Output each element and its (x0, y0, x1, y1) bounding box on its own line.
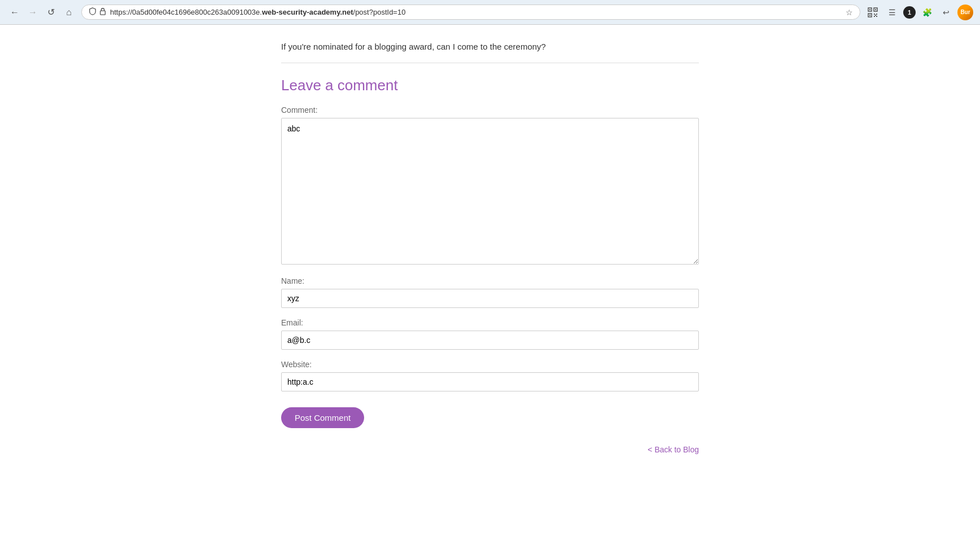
name-input[interactable] (281, 289, 699, 308)
number-badge: 1 (903, 6, 916, 19)
address-bar-icons (89, 7, 107, 17)
email-group: Email: (281, 318, 699, 350)
svg-rect-9 (874, 16, 875, 17)
svg-rect-6 (869, 15, 870, 16)
star-icon[interactable]: ☆ (846, 8, 853, 17)
email-input[interactable] (281, 331, 699, 350)
svg-rect-8 (876, 14, 877, 15)
name-group: Name: (281, 276, 699, 308)
back-button[interactable]: ← (7, 5, 23, 20)
url-text: https://0a5d00fe04c1696e800c263a0091003e… (110, 8, 405, 16)
svg-rect-4 (875, 9, 876, 10)
comment-group: Comment: abc (281, 105, 699, 266)
forward-button[interactable]: → (25, 5, 41, 20)
post-comment-button[interactable]: Post Comment (281, 407, 364, 428)
lock-icon (99, 7, 107, 17)
email-label: Email: (281, 318, 699, 327)
leave-comment-title: Leave a comment (281, 77, 699, 94)
page-content: If you're nominated for a blogging award… (270, 25, 710, 488)
menu-icon[interactable]: ☰ (884, 5, 900, 20)
blog-question: If you're nominated for a blogging award… (281, 42, 699, 63)
undo-icon[interactable]: ↩ (938, 5, 954, 20)
name-label: Name: (281, 276, 699, 285)
toolbar-right: ☰ 1 🧩 ↩ Bur (865, 5, 973, 20)
svg-rect-10 (876, 16, 877, 17)
website-group: Website: (281, 360, 699, 391)
comment-label: Comment: (281, 105, 699, 115)
burp-suite-icon[interactable]: Bur (957, 5, 973, 20)
nav-buttons: ← → ↺ ⌂ (7, 5, 77, 20)
reload-button[interactable]: ↺ (43, 5, 59, 20)
browser-chrome: ← → ↺ ⌂ https://0a5d00fe04c1696e800c263a… (0, 0, 980, 25)
svg-rect-2 (869, 9, 870, 10)
comment-textarea[interactable]: abc (281, 118, 699, 265)
website-label: Website: (281, 360, 699, 369)
qr-icon[interactable] (865, 5, 881, 20)
extension-icon[interactable]: 🧩 (919, 5, 935, 20)
shield-icon (89, 7, 97, 17)
website-input[interactable] (281, 372, 699, 391)
home-button[interactable]: ⌂ (61, 5, 77, 20)
address-bar[interactable]: https://0a5d00fe04c1696e800c263a0091003e… (81, 5, 860, 20)
svg-rect-11 (875, 15, 876, 16)
back-to-blog-link[interactable]: < Back to Blog (281, 445, 699, 454)
svg-rect-7 (874, 14, 875, 15)
svg-rect-0 (100, 11, 106, 15)
